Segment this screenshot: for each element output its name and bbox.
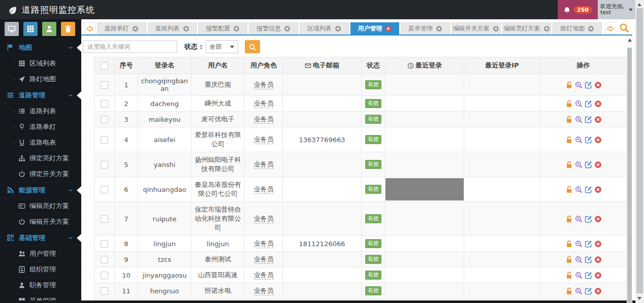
sidebar-item[interactable]: 区域列表 xyxy=(0,55,81,71)
close-circle-icon[interactable] xyxy=(284,25,291,32)
delete-icon[interactable] xyxy=(594,116,602,123)
row-checkbox[interactable] xyxy=(101,240,108,248)
tab-3[interactable]: 报警信息 xyxy=(249,22,298,35)
edit-icon[interactable] xyxy=(585,256,592,263)
zoom-in-icon[interactable] xyxy=(575,116,583,123)
sidebar-section-1[interactable]: 道路管理 xyxy=(0,87,81,103)
quick-monitor-button[interactable] xyxy=(5,22,19,36)
close-circle-icon[interactable] xyxy=(385,25,392,32)
sidebar-item[interactable]: 编辑开关方案 xyxy=(0,214,81,229)
zoom-in-icon[interactable] xyxy=(575,215,583,223)
close-circle-icon[interactable] xyxy=(132,25,139,32)
zoom-in-icon[interactable] xyxy=(575,136,583,144)
window-scrollbar-thumb[interactable] xyxy=(636,8,643,293)
zoom-in-icon[interactable] xyxy=(575,186,583,193)
zoom-in-icon[interactable] xyxy=(575,272,583,279)
tab-5[interactable]: 用户管理 xyxy=(350,22,400,35)
zoom-in-icon[interactable] xyxy=(575,81,583,89)
sidebar-item[interactable]: 绑定亮灯方案 xyxy=(0,150,81,166)
sidebar-item[interactable]: 道路电表 xyxy=(0,134,81,150)
close-circle-icon[interactable] xyxy=(335,25,341,32)
delete-icon[interactable] xyxy=(594,161,602,169)
zoom-in-icon[interactable] xyxy=(575,100,583,108)
window-scrollbar[interactable] xyxy=(635,0,644,303)
sidebar-item[interactable]: 编辑亮灯方案 xyxy=(0,198,81,214)
quick-user-button[interactable] xyxy=(42,22,56,36)
tabs-scroll-right-button[interactable] xyxy=(605,22,616,35)
sidebar-item[interactable]: 绑定开关方案 xyxy=(0,166,81,182)
row-checkbox[interactable] xyxy=(101,215,108,223)
unlock-icon[interactable] xyxy=(565,186,573,193)
delete-icon[interactable] xyxy=(594,186,602,193)
notifications-button[interactable]: 250 xyxy=(558,0,598,19)
quick-grid-button[interactable] xyxy=(23,22,38,36)
quick-trash-button[interactable] xyxy=(61,22,75,36)
user-menu[interactable]: 欢迎光临, test xyxy=(598,0,635,19)
delete-icon[interactable] xyxy=(594,215,602,223)
row-checkbox[interactable] xyxy=(101,136,108,144)
unlock-icon[interactable] xyxy=(565,136,573,144)
close-circle-icon[interactable] xyxy=(588,25,594,32)
unlock-icon[interactable] xyxy=(565,240,573,248)
zoom-in-icon[interactable] xyxy=(575,256,583,263)
sidebar-item[interactable]: 职务管理 xyxy=(0,277,81,293)
row-checkbox[interactable] xyxy=(101,116,108,123)
delete-icon[interactable] xyxy=(594,287,602,295)
delete-icon[interactable] xyxy=(594,272,602,279)
zoom-in-icon[interactable] xyxy=(575,161,583,169)
delete-icon[interactable] xyxy=(594,100,602,108)
scroll-up-arrow-icon[interactable] xyxy=(637,3,641,6)
unlock-icon[interactable] xyxy=(565,116,573,123)
close-circle-icon[interactable] xyxy=(183,25,189,32)
tab-8[interactable]: 编辑亮灯方案 xyxy=(502,22,552,35)
scroll-down-arrow-icon[interactable] xyxy=(637,297,641,300)
close-circle-icon[interactable] xyxy=(493,25,499,32)
tab-6[interactable]: 菜单管理 xyxy=(401,22,450,35)
edit-icon[interactable] xyxy=(585,215,592,223)
delete-icon[interactable] xyxy=(594,256,602,263)
tabs-scroll-left-button[interactable] xyxy=(84,22,95,35)
sidebar-item[interactable]: 道路单灯 xyxy=(0,119,81,134)
close-circle-icon[interactable] xyxy=(543,25,550,32)
edit-icon[interactable] xyxy=(585,100,592,108)
edit-icon[interactable] xyxy=(585,161,592,169)
sidebar-section-0[interactable]: 地图 xyxy=(0,39,81,55)
edit-icon[interactable] xyxy=(585,240,592,248)
unlock-icon[interactable] xyxy=(565,272,573,279)
row-checkbox[interactable] xyxy=(101,256,108,263)
unlock-icon[interactable] xyxy=(565,287,573,295)
delete-icon[interactable] xyxy=(594,81,602,89)
edit-icon[interactable] xyxy=(585,136,592,144)
status-select[interactable]: 全部 xyxy=(206,40,238,53)
sidebar-item[interactable]: 道路列表 xyxy=(0,103,81,119)
sidebar-item[interactable]: 路灯地图 xyxy=(0,71,81,87)
tab-2[interactable]: 报警配置 xyxy=(198,22,247,35)
close-circle-icon[interactable] xyxy=(233,25,240,32)
tabs-search-button[interactable] xyxy=(618,21,631,35)
row-checkbox[interactable] xyxy=(101,161,108,169)
sidebar-section-3[interactable]: 基础管理 xyxy=(0,229,81,246)
tab-0[interactable]: 道路单灯 xyxy=(97,22,146,35)
row-checkbox[interactable] xyxy=(101,100,108,108)
row-checkbox[interactable] xyxy=(101,287,108,295)
unlock-icon[interactable] xyxy=(565,161,573,169)
unlock-icon[interactable] xyxy=(565,81,573,89)
select-all-checkbox[interactable] xyxy=(101,62,108,70)
edit-icon[interactable] xyxy=(585,186,592,193)
delete-icon[interactable] xyxy=(594,136,602,144)
search-button[interactable] xyxy=(245,40,260,53)
sidebar-section-2[interactable]: 能源管理 xyxy=(0,182,81,198)
edit-icon[interactable] xyxy=(585,116,592,123)
edit-icon[interactable] xyxy=(585,81,592,89)
unlock-icon[interactable] xyxy=(565,100,573,108)
edit-icon[interactable] xyxy=(585,272,592,279)
delete-icon[interactable] xyxy=(594,240,602,248)
zoom-in-icon[interactable] xyxy=(575,287,583,295)
keyword-input[interactable] xyxy=(83,41,177,53)
edit-icon[interactable] xyxy=(585,287,592,295)
zoom-in-icon[interactable] xyxy=(575,240,583,248)
tab-4[interactable]: 区域列表 xyxy=(300,22,349,35)
scroll-up-arrow-icon[interactable] xyxy=(628,39,632,42)
row-checkbox[interactable] xyxy=(101,272,108,279)
tab-1[interactable]: 道路列表 xyxy=(148,22,197,35)
